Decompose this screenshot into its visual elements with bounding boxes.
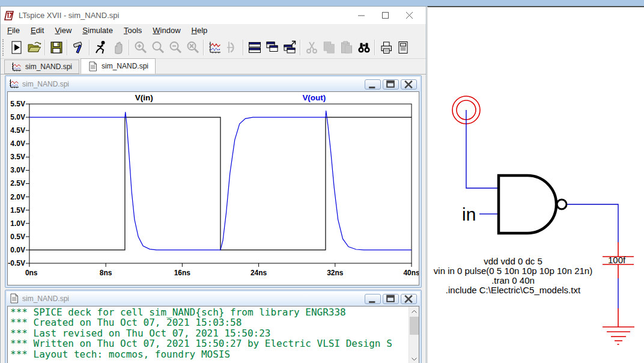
control-panel-icon xyxy=(71,40,86,55)
capacitor-value-label: 100f xyxy=(608,255,626,265)
tab-label: sim_NAND.spi xyxy=(25,63,72,71)
child-close-button[interactable] xyxy=(401,79,417,90)
restore-icon xyxy=(386,294,395,304)
zoom-in-button[interactable] xyxy=(132,38,149,56)
title-bar[interactable]: LTspice XVII - sim_NAND.spi xyxy=(1,7,426,24)
toolbar-separator xyxy=(44,40,46,55)
desktop: in 100f vdd vdd 0 dc 5 vin in 0 pulse(0 … xyxy=(0,0,644,363)
menu-item-view[interactable]: View xyxy=(49,25,77,36)
toolbar xyxy=(1,36,426,59)
restore-icon xyxy=(386,79,395,90)
zoom-back-button[interactable] xyxy=(149,38,166,56)
netlist-editor: *** SPICE deck for cell sim_NAND{sch} fr… xyxy=(7,306,419,363)
menu-item-file[interactable]: File xyxy=(2,25,25,36)
svg-text:V(in): V(in) xyxy=(135,93,153,102)
copy-button[interactable] xyxy=(320,38,338,56)
waveform-icon xyxy=(9,79,19,89)
svg-text:0.0V: 0.0V xyxy=(10,246,25,254)
save-button[interactable] xyxy=(47,38,65,56)
control-panel-button[interactable] xyxy=(70,38,87,56)
tab-1-sim_nand.spi[interactable]: sim_NAND.spi xyxy=(4,59,79,74)
waveform-window-titlebar[interactable]: sim_NAND.spi xyxy=(7,77,420,91)
caption-buttons xyxy=(349,7,421,24)
zoom-full-button[interactable] xyxy=(184,38,201,56)
window-title: LTspice XVII - sim_NAND.spi xyxy=(19,11,119,20)
tile-vertical-button[interactable] xyxy=(281,38,298,56)
cut-button[interactable] xyxy=(303,38,320,56)
svg-text:40ns: 40ns xyxy=(403,269,419,277)
paste-icon xyxy=(339,40,354,55)
svg-text:0ns: 0ns xyxy=(25,269,38,277)
document-icon xyxy=(88,61,98,72)
spice-card-tran: .tran 0 40n xyxy=(491,275,535,285)
toolbar-separator xyxy=(203,40,204,55)
scroll-down-button[interactable] xyxy=(409,354,419,363)
run-schematic-button[interactable] xyxy=(92,38,109,56)
minimize-icon xyxy=(368,294,377,304)
efficiency-report-button[interactable] xyxy=(223,38,241,56)
tile-horizontal-button[interactable] xyxy=(246,38,263,56)
open-button[interactable] xyxy=(25,38,43,56)
close-icon xyxy=(404,79,413,90)
toolbar-separator xyxy=(243,40,244,55)
schematic-canvas[interactable]: in 100f vdd vdd 0 dc 5 vin in 0 pulse(0 … xyxy=(427,8,644,363)
menu-item-tools[interactable]: Tools xyxy=(118,25,147,36)
run-icon xyxy=(10,40,24,55)
waveform-plot-area[interactable]: 5.5V5.0V4.5V4.0V3.5V3.0V2.5V2.0V1.5V1.0V… xyxy=(7,91,419,285)
run-button[interactable] xyxy=(8,38,25,56)
netlist-window-titlebar[interactable]: sim_NAND.spi xyxy=(7,291,420,305)
svg-text:4.5V: 4.5V xyxy=(10,126,25,135)
child-restore-button[interactable] xyxy=(383,294,399,304)
plot-settings-button[interactable] xyxy=(206,38,223,56)
print-icon xyxy=(379,40,393,55)
toolbar-grip[interactable] xyxy=(2,39,4,56)
menu-item-window[interactable]: Window xyxy=(147,25,186,36)
open-icon xyxy=(27,40,41,55)
cut-icon xyxy=(305,40,319,55)
svg-text:5.0V: 5.0V xyxy=(10,113,25,121)
minimize-button[interactable] xyxy=(349,7,373,24)
svg-text:5.5V: 5.5V xyxy=(10,100,25,108)
tab-2-sim_nand.spi[interactable]: sim_NAND.spi xyxy=(80,58,156,74)
ltspice-logo-icon xyxy=(4,10,14,21)
waveform-window-buttons xyxy=(365,79,417,90)
menu-item-help[interactable]: Help xyxy=(186,25,213,36)
netlist-window: sim_NAND.spi *** SPICE deck for cell sim… xyxy=(5,290,422,363)
toolbar-separator xyxy=(129,40,130,55)
tile-horizontal-icon xyxy=(248,40,262,55)
scrollbar-thumb[interactable] xyxy=(410,317,419,335)
menu-item-edit[interactable]: Edit xyxy=(25,25,49,36)
child-minimize-button[interactable] xyxy=(365,79,381,90)
scroll-up-button[interactable] xyxy=(409,307,419,316)
print-preview-button[interactable] xyxy=(395,38,412,56)
svg-text:V(out): V(out) xyxy=(302,93,326,102)
maximize-button[interactable] xyxy=(373,7,397,24)
toolbar-separator xyxy=(374,40,375,55)
cascade-windows-button[interactable] xyxy=(263,38,281,56)
close-icon xyxy=(406,12,413,19)
zoom-full-icon xyxy=(186,40,200,55)
vertical-scrollbar[interactable] xyxy=(409,307,419,363)
child-close-button[interactable] xyxy=(401,294,417,304)
close-icon xyxy=(404,294,413,304)
close-button[interactable] xyxy=(397,7,421,24)
child-minimize-button[interactable] xyxy=(365,294,381,304)
find-button[interactable] xyxy=(355,38,372,56)
paste-button[interactable] xyxy=(338,38,355,56)
child-restore-button[interactable] xyxy=(383,79,399,90)
zoom-out-button[interactable] xyxy=(166,38,184,56)
tab-label: sim_NAND.spi xyxy=(102,62,148,70)
netlist-text[interactable]: *** SPICE deck for cell sim_NAND{sch} fr… xyxy=(10,307,409,363)
svg-text:8ns: 8ns xyxy=(100,269,112,277)
print-button[interactable] xyxy=(377,38,395,56)
pan-button[interactable] xyxy=(109,38,127,56)
tab-bar: sim_NAND.spisim_NAND.spi xyxy=(1,59,426,75)
menu-item-simulate[interactable]: Simulate xyxy=(77,25,118,36)
ltspice-main-window: LTspice XVII - sim_NAND.spi FileEditView… xyxy=(0,6,427,363)
spice-card-vin: vin in 0 pulse(0 5 10n 10p 10p 10n 21n) xyxy=(434,266,592,276)
spice-card-include: .include C:\Electric\C5_models.txt xyxy=(446,285,581,295)
ground-symbol-icon xyxy=(603,308,634,344)
efficiency-report-icon xyxy=(225,40,240,55)
svg-text:24ns: 24ns xyxy=(251,269,267,277)
minimize-icon xyxy=(358,12,365,19)
